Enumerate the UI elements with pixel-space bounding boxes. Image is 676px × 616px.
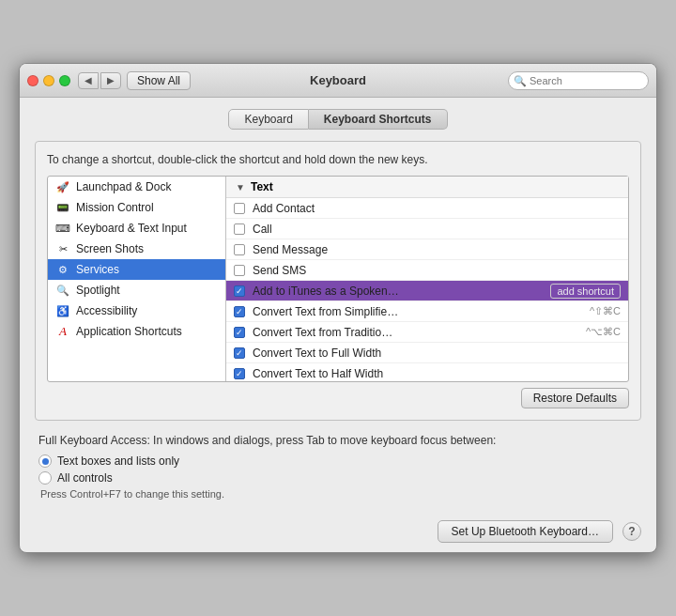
cb-add-itunes[interactable]: ✓	[234, 285, 253, 297]
accessibility-icon: ♿	[55, 303, 70, 318]
row-label: Add to iTunes as a Spoken…	[253, 285, 543, 298]
radio-label: Text boxes and lists only	[57, 454, 179, 468]
sidebar-item-label: Mission Control	[76, 201, 154, 214]
collapse-icon[interactable]: ▼	[234, 180, 247, 193]
sidebar-item-screenshots[interactable]: ✂ Screen Shots	[48, 239, 225, 259]
window-title: Keyboard	[310, 73, 366, 87]
tab-keyboard[interactable]: Keyboard	[228, 109, 308, 130]
cb-send-message[interactable]	[234, 244, 253, 255]
checkbox-icon: ✓	[234, 285, 245, 297]
close-button[interactable]	[27, 75, 38, 86]
radio-all-controls[interactable]: All controls	[38, 471, 638, 485]
row-add-itunes[interactable]: ✓ Add to iTunes as a Spoken… add shortcu…	[226, 281, 628, 301]
checkbox-icon: ✓	[234, 327, 245, 338]
bluetooth-button[interactable]: Set Up Bluetooth Keyboard…	[438, 520, 613, 543]
sidebar-item-mission[interactable]: 📟 Mission Control	[48, 197, 225, 218]
full-kb-section: Full Keyboard Access: In windows and dia…	[35, 434, 641, 500]
category-list: 🚀 Launchpad & Dock 📟 Mission Control ⌨ K…	[48, 177, 226, 381]
content-area: Keyboard Keyboard Shortcuts To change a …	[20, 98, 656, 511]
row-full-width: ✓ Convert Text to Full Width	[226, 343, 628, 363]
search-box: 🔍	[508, 71, 649, 90]
nav-buttons: ◀ ▶	[78, 72, 121, 89]
row-call: Call	[226, 219, 628, 239]
checkbox-icon: ✓	[234, 347, 245, 359]
shortcut-value: ^⇧⌘C	[590, 305, 621, 317]
services-icon: ⚙	[55, 262, 70, 277]
sidebar-item-label: Application Shortcuts	[76, 325, 182, 338]
add-shortcut-button[interactable]: add shortcut	[550, 284, 621, 299]
keyboard-icon: ⌨	[55, 221, 70, 236]
row-label: Convert Text to Half Width	[253, 367, 613, 380]
sidebar-item-accessibility[interactable]: ♿ Accessibility	[48, 300, 225, 321]
row-label: Convert Text from Simplifie…	[253, 305, 582, 318]
press-hint: Press Control+F7 to change this setting.	[40, 488, 638, 500]
spotlight-icon: 🔍	[55, 283, 70, 298]
mission-icon: 📟	[55, 200, 70, 215]
cb-convert-simplified[interactable]: ✓	[234, 306, 253, 317]
radio-icon-all-controls	[38, 471, 52, 485]
cb-convert-traditional[interactable]: ✓	[234, 327, 253, 338]
search-icon: 🔍	[514, 74, 527, 86]
row-label: Add Contact	[253, 202, 613, 215]
help-button[interactable]: ?	[622, 522, 641, 541]
sidebar-item-label: Keyboard & Text Input	[76, 222, 187, 235]
sidebar-item-app-shortcuts[interactable]: A Application Shortcuts	[48, 321, 225, 342]
restore-row: Restore Defaults	[47, 388, 629, 408]
sidebar-item-services[interactable]: ⚙ Services	[48, 259, 225, 280]
restore-defaults-button[interactable]: Restore Defaults	[521, 388, 629, 408]
checkbox-icon: ✓	[234, 368, 245, 379]
row-label: Convert Text from Traditio…	[253, 326, 578, 339]
row-convert-traditional: ✓ Convert Text from Traditio… ^⌥⌘C	[226, 322, 628, 343]
main-window: ◀ ▶ Show All Keyboard 🔍 Keyboard Keyboar…	[19, 63, 657, 553]
row-send-message: Send Message	[226, 239, 628, 260]
show-all-button[interactable]: Show All	[127, 71, 191, 90]
checkbox-icon: ✓	[234, 306, 245, 317]
cb-call[interactable]	[234, 223, 253, 235]
main-panel: To change a shortcut, double-click the s…	[35, 141, 641, 421]
back-button[interactable]: ◀	[78, 72, 99, 89]
sidebar-item-keyboard[interactable]: ⌨ Keyboard & Text Input	[48, 218, 225, 239]
maximize-button[interactable]	[59, 75, 70, 86]
radio-text-boxes[interactable]: Text boxes and lists only	[38, 454, 638, 468]
forward-button[interactable]: ▶	[100, 72, 121, 89]
row-add-contact: Add Contact	[226, 198, 628, 219]
cb-add-contact[interactable]	[234, 203, 253, 214]
row-label: Call	[253, 223, 613, 236]
full-kb-title: Full Keyboard Access: In windows and dia…	[38, 434, 638, 447]
launchpad-icon: 🚀	[55, 179, 70, 194]
screenshots-icon: ✂	[55, 241, 70, 256]
tabs: Keyboard Keyboard Shortcuts	[35, 109, 641, 130]
row-label: Send Message	[253, 243, 613, 256]
app-shortcuts-icon: A	[55, 324, 70, 339]
checkbox-icon	[234, 244, 245, 255]
row-half-width: ✓ Convert Text to Half Width	[226, 363, 628, 381]
title-bar: ◀ ▶ Show All Keyboard 🔍	[20, 64, 656, 98]
shortcut-list: ▼ Text Add Contact Call	[226, 177, 628, 381]
minimize-button[interactable]	[43, 75, 54, 86]
sidebar-item-label: Accessibility	[76, 304, 137, 317]
radio-label: All controls	[57, 471, 113, 485]
cb-full-width[interactable]: ✓	[234, 347, 253, 359]
row-label: Convert Text to Full Width	[253, 346, 613, 360]
checkbox-icon	[234, 203, 245, 214]
sidebar-item-spotlight[interactable]: 🔍 Spotlight	[48, 280, 225, 300]
tab-keyboard-shortcuts[interactable]: Keyboard Shortcuts	[309, 109, 448, 130]
search-input[interactable]	[508, 71, 649, 90]
shortcut-value: ^⌥⌘C	[586, 326, 621, 338]
cb-send-sms[interactable]	[234, 265, 253, 276]
shortcut-panels: 🚀 Launchpad & Dock 📟 Mission Control ⌨ K…	[47, 176, 629, 382]
sidebar-item-label: Services	[76, 263, 119, 276]
row-send-sms: Send SMS	[226, 260, 628, 281]
instruction-text: To change a shortcut, double-click the s…	[47, 153, 629, 166]
sidebar-item-label: Spotlight	[76, 284, 120, 297]
sidebar-item-launchpad[interactable]: 🚀 Launchpad & Dock	[48, 177, 225, 197]
group-label: Text	[251, 180, 273, 193]
row-label: Send SMS	[253, 264, 613, 277]
checkbox-icon	[234, 265, 245, 276]
cb-half-width[interactable]: ✓	[234, 368, 253, 379]
traffic-lights	[27, 75, 70, 86]
radio-icon-text-boxes	[38, 454, 52, 468]
row-convert-simplified: ✓ Convert Text from Simplifie… ^⇧⌘C	[226, 301, 628, 322]
bottom-bar: Set Up Bluetooth Keyboard… ?	[20, 511, 656, 552]
sidebar-item-label: Screen Shots	[76, 242, 144, 255]
